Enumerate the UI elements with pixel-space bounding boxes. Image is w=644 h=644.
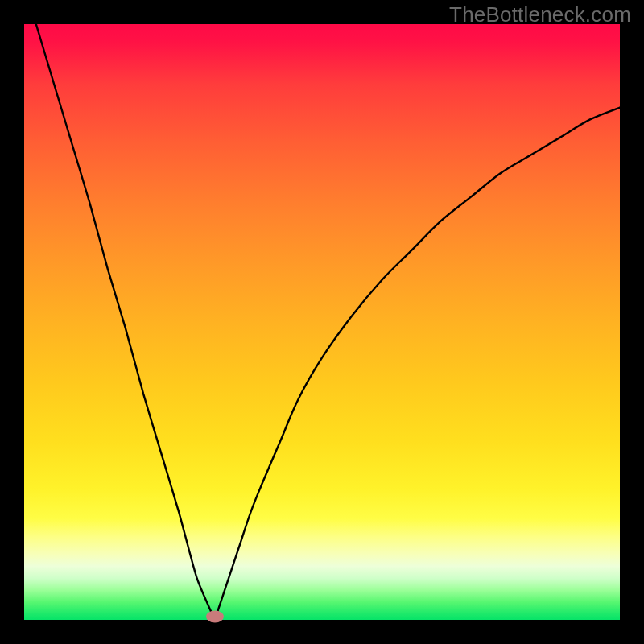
- chart-frame: TheBottleneck.com: [0, 0, 644, 644]
- plot-area: [24, 24, 620, 620]
- watermark-text: TheBottleneck.com: [449, 2, 631, 27]
- optimal-point-marker: [206, 611, 224, 623]
- bottleneck-curve: [24, 24, 620, 620]
